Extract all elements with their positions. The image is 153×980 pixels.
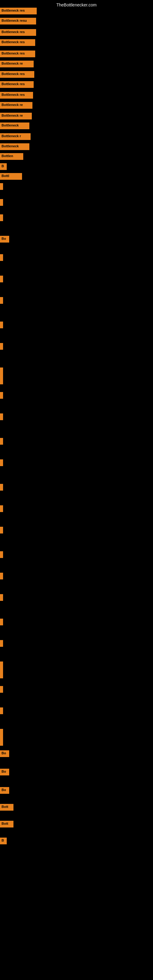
bottleneck-item-12: Bottleneck r (0, 133, 30, 140)
bottleneck-item-46: Bott (0, 804, 13, 811)
bottleneck-item-6: Bottleneck res (0, 71, 34, 78)
bottleneck-marker-21 (0, 254, 3, 261)
bottleneck-item-4: Bottleneck res (0, 51, 35, 57)
bottleneck-item-47: Bott (0, 821, 13, 827)
bottleneck-marker-36 (0, 594, 3, 601)
bottleneck-item-15: B (0, 163, 7, 170)
bottleneck-marker-29 (0, 438, 3, 445)
bottleneck-marker-33 (0, 527, 3, 533)
bottleneck-marker-40 (0, 686, 3, 693)
bottleneck-item-45: Bo (0, 787, 9, 794)
bottleneck-item-14: Bottlen (0, 153, 23, 160)
bottleneck-item-9: Bottleneck re (0, 102, 32, 109)
bottleneck-marker-28 (0, 414, 3, 420)
bottleneck-item-2: Bottleneck res (0, 29, 36, 36)
bottleneck-item-1: Bottleneck resu (0, 18, 36, 24)
bottleneck-marker-31 (0, 484, 3, 491)
bottleneck-item-44: Bo (0, 769, 9, 775)
bottleneck-marker-35 (0, 573, 3, 579)
bottleneck-marker-18 (0, 199, 3, 206)
bottleneck-item-5: Bottleneck re (0, 60, 33, 67)
bottleneck-marker-19 (0, 215, 3, 221)
bottleneck-item-48: B (0, 838, 7, 844)
bottleneck-item-7: Bottleneck res (0, 81, 33, 88)
bottleneck-marker-37 (0, 619, 3, 625)
bottleneck-marker-23 (0, 297, 3, 304)
bottleneck-marker-17 (0, 183, 3, 190)
bottleneck-marker-41 (0, 708, 3, 714)
bottleneck-item-10: Bottleneck re (0, 113, 32, 119)
bottleneck-item-42 (0, 729, 3, 746)
bottleneck-marker-22 (0, 275, 3, 282)
bottleneck-marker-27 (0, 392, 3, 399)
bottleneck-item-16: Bottl (0, 173, 22, 180)
bottleneck-marker-25 (0, 343, 3, 350)
bottleneck-marker-32 (0, 505, 3, 512)
bottleneck-item-43: Bo (0, 750, 9, 757)
bottleneck-marker-24 (0, 321, 3, 328)
bottleneck-item-26 (0, 368, 3, 384)
bottleneck-marker-30 (0, 460, 3, 466)
bottleneck-item-8: Bottleneck res (0, 92, 33, 99)
bottleneck-item-20: Bo (0, 236, 9, 243)
bottleneck-item-11: Bottleneck (0, 123, 29, 129)
bottleneck-marker-38 (0, 640, 3, 647)
bottleneck-marker-34 (0, 551, 3, 558)
bottleneck-item-39 (0, 662, 3, 678)
bottleneck-item-13: Bottleneck (0, 143, 29, 150)
bottleneck-item-3: Bottleneck res (0, 39, 35, 46)
bottleneck-item-0: Bottleneck res (0, 8, 37, 14)
